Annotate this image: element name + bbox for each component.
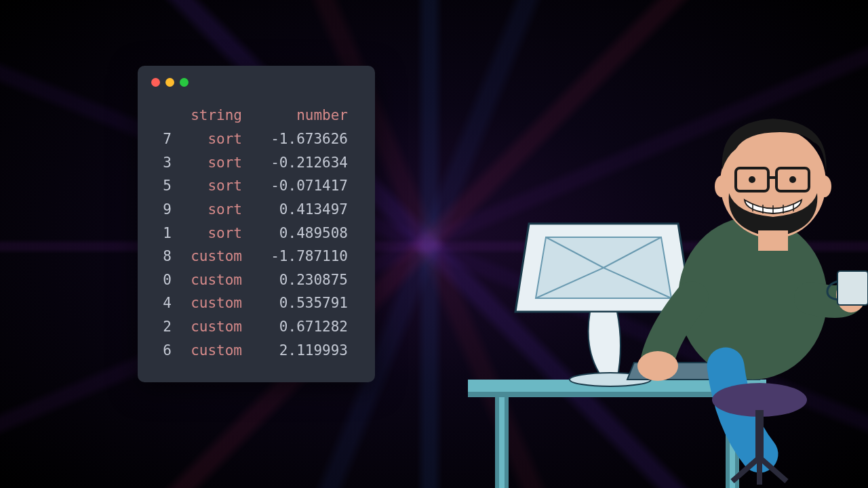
coffee-mug — [837, 271, 868, 305]
row-number: -0.212634 — [246, 151, 348, 175]
table-body: 7sort-1.6736263sort-0.2126345sort-0.0714… — [151, 127, 361, 362]
row-string: sort — [172, 198, 246, 222]
row-index: 2 — [151, 315, 172, 339]
row-string: sort — [172, 174, 246, 198]
row-number: 0.671282 — [246, 315, 348, 339]
header-number: number — [246, 107, 348, 123]
table-header: string number — [151, 107, 361, 123]
row-number: -1.787110 — [246, 245, 348, 268]
header-string: string — [172, 107, 246, 123]
row-string: custom — [172, 268, 246, 292]
svg-rect-4 — [755, 410, 764, 458]
table-row: 0custom 0.230875 — [151, 268, 361, 292]
row-index: 4 — [151, 291, 172, 315]
svg-point-15 — [818, 176, 831, 197]
row-number: 0.413497 — [246, 198, 348, 222]
table-row: 5sort-0.071417 — [151, 174, 361, 198]
person-hand-left — [637, 351, 678, 381]
svg-rect-16 — [758, 230, 788, 251]
row-string: sort — [172, 222, 246, 245]
svg-point-8 — [789, 176, 796, 183]
close-icon[interactable] — [151, 78, 160, 87]
row-index: 3 — [151, 151, 172, 175]
terminal-window: string number 7sort-1.6736263sort-0.2126… — [138, 66, 375, 382]
table-row: 9sort 0.413497 — [151, 198, 361, 222]
minimize-icon[interactable] — [165, 78, 174, 87]
table-row: 4custom 0.535791 — [151, 291, 361, 315]
row-number: 0.535791 — [246, 291, 348, 315]
row-number: -0.071417 — [246, 174, 348, 198]
row-index: 5 — [151, 174, 172, 198]
row-string: custom — [172, 245, 246, 268]
svg-point-7 — [749, 176, 755, 183]
row-number: 0.230875 — [246, 268, 348, 292]
window-controls — [151, 78, 361, 87]
svg-rect-1 — [499, 397, 505, 488]
table-row: 8custom-1.787110 — [151, 245, 361, 268]
maximize-icon[interactable] — [180, 78, 189, 87]
row-index: 7 — [151, 127, 172, 151]
svg-point-14 — [715, 176, 728, 197]
row-string: custom — [172, 339, 246, 363]
row-index: 9 — [151, 198, 172, 222]
row-string: custom — [172, 291, 246, 315]
table-row: 7sort-1.673626 — [151, 127, 361, 151]
table-row: 6custom 2.119993 — [151, 339, 361, 363]
row-index: 1 — [151, 222, 172, 245]
row-index: 0 — [151, 268, 172, 292]
row-index: 8 — [151, 245, 172, 268]
character-illustration — [434, 95, 868, 488]
row-string: custom — [172, 315, 246, 339]
table-row: 2custom 0.671282 — [151, 315, 361, 339]
table-row: 1sort 0.489508 — [151, 222, 361, 245]
row-string: sort — [172, 151, 246, 175]
row-string: sort — [172, 127, 246, 151]
row-number: 2.119993 — [246, 339, 348, 363]
row-index: 6 — [151, 339, 172, 363]
table-row: 3sort-0.212634 — [151, 151, 361, 175]
row-number: 0.489508 — [246, 222, 348, 245]
row-number: -1.673626 — [246, 127, 348, 151]
